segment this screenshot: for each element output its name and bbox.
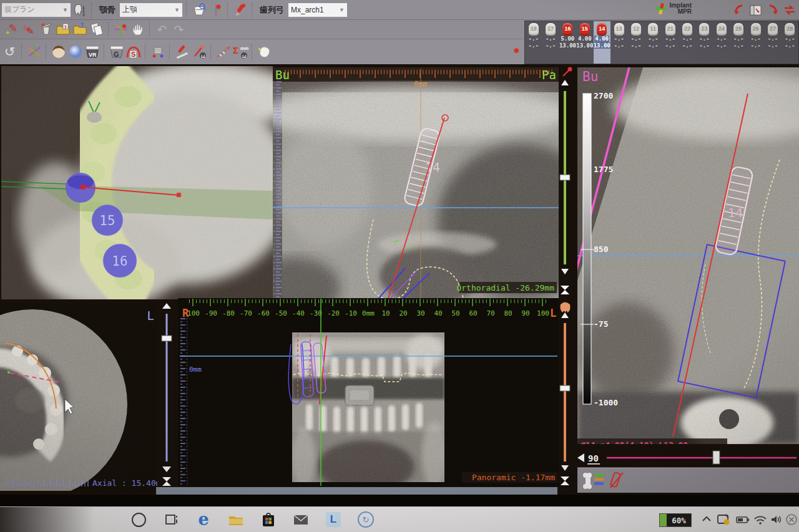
show-hidden-icons-button[interactable] <box>702 515 712 523</box>
battery-icon[interactable] <box>735 513 750 526</box>
tooth-number: 24 <box>717 26 727 32</box>
tooth-cell-26[interactable]: 26-.--.- <box>747 21 764 64</box>
sphere-view-icon[interactable] <box>67 44 84 60</box>
vr-view-icon[interactable]: VR <box>84 44 100 60</box>
tooth-cell-23[interactable]: 23-.--.- <box>696 21 713 64</box>
rotate-right-icon[interactable] <box>764 2 781 18</box>
svg-text:3: 3 <box>82 12 85 17</box>
axes-3d-icon[interactable] <box>26 44 42 60</box>
axial-slider-handle[interactable] <box>162 336 172 341</box>
edge-browser-icon[interactable]: e <box>195 511 212 528</box>
sync-app-icon[interactable]: ↻ <box>357 511 375 528</box>
tooth-cell-21[interactable]: 21-.--.- <box>662 21 679 64</box>
mail-app-icon[interactable] <box>292 511 310 528</box>
tooth-cell-28[interactable]: 28-.--.- <box>782 21 798 64</box>
svg-text:-60: -60 <box>257 309 270 317</box>
rotate-left-icon[interactable] <box>730 2 747 18</box>
swap-views-icon[interactable] <box>781 2 798 18</box>
pano-left-zero-label: 0mm <box>189 365 202 374</box>
tooth-length: 13.00 <box>576 42 593 49</box>
planning-app-icon[interactable]: L <box>325 511 342 528</box>
tooth-cell-17[interactable]: 17-.--.- <box>542 21 559 64</box>
view-panoramic[interactable]: R L 100-90-80-70-60-50-40-30-20-100mm102… <box>156 298 559 495</box>
measure-line-icon[interactable] <box>215 44 232 60</box>
view-3d[interactable]: 15 16 <box>1 64 300 309</box>
probe-tool-icon[interactable]: ω <box>190 44 207 60</box>
load-plan-icon[interactable] <box>71 21 88 37</box>
reference-axes-icon[interactable] <box>207 2 224 18</box>
density-label: 850 <box>594 244 609 254</box>
cross-slider-handle[interactable] <box>560 175 570 180</box>
task-view-button[interactable] <box>162 511 180 528</box>
arch-combobox[interactable]: Mx_arch1 ▼ <box>288 2 348 17</box>
view-cross-section[interactable]: 14 0mm Bu Pa Orthoradial -26.29mm <box>247 67 605 319</box>
delete-plan-icon[interactable] <box>37 21 54 37</box>
chevron-down-icon: ▼ <box>170 7 180 13</box>
tooth-diameter: -.- <box>614 36 624 42</box>
light-render-icon[interactable]: ✦ <box>256 44 273 60</box>
sum-mm-measure-icon[interactable]: Σmmω <box>232 44 248 60</box>
crosshair-tool-icon[interactable] <box>112 21 129 37</box>
tooth-icon: 11 <box>648 23 658 36</box>
close-circle-icon[interactable] <box>785 513 798 526</box>
battery-percentage-badge[interactable]: 60% <box>659 513 692 527</box>
tooth-cell-22[interactable]: 22-.--.- <box>679 21 695 64</box>
redo-icon[interactable]: ↷ <box>170 21 187 37</box>
microsoft-store-icon[interactable] <box>260 511 277 528</box>
pano-slider-handle[interactable] <box>560 385 570 391</box>
tooth-cell-12[interactable]: 12-.--.- <box>627 21 644 64</box>
tooth-cell-16[interactable]: 165.0013.00 <box>559 21 576 64</box>
wifi-icon[interactable] <box>753 513 767 526</box>
tooth-number: 18 <box>529 26 539 32</box>
tooth-scope-icon[interactable] <box>560 302 570 313</box>
view-right-cross[interactable]: 14 2700 1775 850 -75 -1000 Bu #14 φ4.00(… <box>576 67 799 493</box>
tooth-cell-14-selected[interactable]: 144.0013.00 <box>594 21 610 64</box>
tooth-cell-25[interactable]: 25-.--.- <box>730 21 747 64</box>
tooth-cell-13[interactable]: 13-.--.- <box>610 21 627 64</box>
main-toolbar: 規プラン ▼ 123 顎骨 上顎 ▼ 歯列弓 <box>0 0 799 64</box>
implant-planning-screen: 規プラン ▼ 123 顎骨 上顎 ▼ 歯列弓 <box>0 0 799 532</box>
implant-marker-15[interactable]: 15 <box>92 205 123 236</box>
pano-horizontal-scrollbar[interactable] <box>156 487 557 495</box>
s-arch-view-icon[interactable]: S <box>125 44 142 60</box>
tooth-cell-18[interactable]: 18-.--.- <box>525 21 542 64</box>
copy-plan-icon[interactable] <box>88 21 105 37</box>
separator <box>145 44 146 59</box>
palatal-label: Pa <box>542 68 556 82</box>
tooth-length: -.- <box>682 42 692 49</box>
implant-marker-16[interactable]: 16 <box>103 244 137 278</box>
implant-align-icon[interactable] <box>149 44 166 60</box>
tooth-cell-27[interactable]: 27-.--.- <box>764 21 781 64</box>
head-view-icon[interactable] <box>50 44 67 60</box>
tooth-cell-11[interactable]: 11-.--.- <box>645 21 662 64</box>
tablet-pen-icon[interactable] <box>717 513 730 526</box>
pan-hand-icon[interactable] <box>129 21 146 37</box>
new-plan-icon[interactable]: ✦✎ <box>4 21 21 37</box>
segmentation-bucket-icon[interactable] <box>190 2 207 18</box>
edit-plan-icon[interactable]: ✎✎ <box>21 21 37 37</box>
tooth-diameter: 4.00 <box>594 36 609 42</box>
tooth-numbering-icon[interactable]: 123 <box>71 2 88 18</box>
save-plan-icon[interactable]: 3 <box>54 21 71 37</box>
grayscale-view-icon[interactable]: G <box>108 44 125 60</box>
view-axial[interactable]: L Axial : 15.40mm, <box>0 302 170 499</box>
draw-curve-pencil-icon[interactable] <box>232 2 248 18</box>
tooth-length: -.- <box>750 42 760 49</box>
svg-text:100: 100 <box>187 309 200 317</box>
plan-combobox[interactable]: 規プラン ▼ <box>1 2 71 17</box>
reset-view-icon[interactable]: ↺ <box>1 44 18 60</box>
file-explorer-icon[interactable] <box>227 511 245 528</box>
volume-icon[interactable] <box>770 513 783 526</box>
viewport-layout-icon[interactable] <box>747 2 764 18</box>
tooth-diameter: 4.00 <box>578 36 592 42</box>
ruler-pencil-icon[interactable] <box>174 44 190 60</box>
tooth-icon: 16 <box>562 23 572 36</box>
rotation-slider-handle[interactable] <box>713 451 720 464</box>
undo-icon[interactable]: ↶ <box>154 21 170 37</box>
tooth-cell-15[interactable]: 154.0013.00 <box>576 21 593 64</box>
jaw-combobox[interactable]: 上顎 ▼ <box>119 2 183 17</box>
search-button[interactable] <box>130 511 147 528</box>
tooth-cell-24[interactable]: 24-.--.- <box>713 21 730 64</box>
tooth-icon: 23 <box>699 23 709 36</box>
svg-text:80: 80 <box>504 309 512 317</box>
